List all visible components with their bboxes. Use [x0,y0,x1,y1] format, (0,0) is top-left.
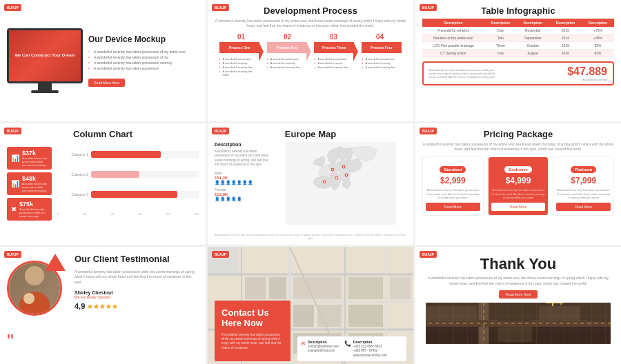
bar-chart: Category 1 Category 2 Category 3 [57,142,199,225]
svg-rect-29 [348,277,383,299]
monitor-screen: We Can Construct Your Dream [9,30,81,81]
person-icon: 👤 [220,180,225,185]
map-stat-male: Male 151,2K 👤 👤 👤 👤 👤 👤 👤 [215,171,270,185]
logo-badge-9: BUAJP [420,251,437,258]
thankyou-button[interactable]: Read More Here [499,290,538,299]
column-chart-cell: BUAJP Column Chart 📊 $37k A wonderful se… [0,123,206,245]
bullet: A wonderful serenity [362,61,402,65]
bullet: A wonderful serenity [219,61,259,65]
aerial-overlay [426,303,611,344]
monitor-stand [38,83,52,90]
chart-card-1: 📊 $37k A wonderful serenity possession w… [7,147,52,170]
person-icon: 👤 [237,196,241,201]
aerial-image [426,303,611,344]
email-label: Description [308,340,339,344]
chart-sub-2: A wonderful serenity possession while yo… [22,182,48,192]
person-icon: 👤 [242,180,247,185]
pricing-cards: Standard $2,999 A wonderful serenity has… [422,156,614,216]
price-box: A wonderful serenity has taken possessio… [422,61,614,85]
list-item: A wonderful serenity has taken possessio… [88,66,199,70]
device-mockup-list: A wonderful serenity has taken possessio… [88,50,199,70]
svg-rect-30 [348,305,383,327]
contact-title: Contact Us Here Now [221,307,284,329]
logo-badge-4: BUAJP [4,128,21,134]
bullet-col-1: A wonderful possession A wonderful seren… [219,57,259,77]
table-title: Table Infographic [422,6,614,16]
bullet: A wonderful possession [267,57,307,61]
pricing-price-standard: $2,999 [426,176,480,185]
x-label: 0 [57,212,59,216]
chart-card-2: 📊 $48k A wonderful serenity possession w… [7,172,52,195]
pricing-tier-exclusive: Exclusive [504,166,532,173]
email-icon: ✉ [301,341,306,347]
svg-point-6 [324,181,325,182]
x-axis: 0 20 40 60 80 100 [57,212,199,216]
pricing-desc-standard: A wonderful serenity has taken possessio… [426,188,480,200]
svg-point-13 [23,293,34,304]
process-shape-1: Process One [219,42,259,53]
dev-process-title: Development Process [215,6,406,16]
development-process-cell: BUAJP Development Process A wonderful se… [208,0,413,121]
pricing-cell: BUAJP Pricing Package A wonderful sereni… [415,123,621,245]
pricing-btn-platinum[interactable]: Read More [556,203,611,211]
star-icons: ★★★★★ [87,303,118,310]
info-table: Description Description Description Desc… [422,19,614,57]
bullet-col-2: A wonderful possession A wonderful seren… [267,57,307,77]
map-left-panel: Description A wonderful serenity has tak… [215,142,270,232]
x-label: 40 [111,212,114,216]
person-icon: 👤 [226,196,230,201]
contact-box: Contact Us Here Now A wonderful serenity… [215,301,290,361]
device-mockup-cell: BUAJP We Can Construct Your Dream Our De… [0,0,206,121]
chart-area: 📊 $37k A wonderful serenity possession w… [7,142,199,225]
contact-cell: BUAJP [208,247,413,364]
list-item: A wonderful serenity has taken possessio… [88,55,199,59]
male-icons: 👤 👤 👤 👤 👤 👤 👤 [215,180,270,185]
main-grid: BUAJP We Can Construct Your Dream Our De… [0,0,621,364]
bullet: A wonderful serenity has [219,65,259,69]
bullet-col-4: A wonderful possession A wonderful seren… [362,57,402,77]
th: Description [582,19,614,27]
bullet: A wonderful serenity has [362,65,402,69]
person-icon: 👤 [215,196,219,201]
th: Description [484,19,517,27]
female-icons: 👤 👤 👤 👤 👤 [215,196,270,201]
read-more-button[interactable]: Read More Here [88,79,125,87]
map-stat-male-label: Male [215,171,270,175]
device-mockup-content: Our Device Mockup A wonderful serenity h… [88,34,199,87]
chart-sub-1: A wonderful serenity possession while yo… [22,156,48,167]
svg-point-2 [343,166,344,168]
testimonial-title: Our Client Testimonial [75,254,199,265]
svg-rect-23 [245,277,266,299]
svg-point-12 [19,292,50,316]
bullet: A wonderful possession [362,57,402,61]
th: Description [422,19,484,27]
bar-row-3: Category 3 [57,191,199,198]
pricing-subtitle: A wonderful serenity has taken possessio… [422,142,614,151]
bullet: A wonderful serenity [315,61,355,65]
svg-point-10 [335,177,337,179]
pricing-price-exclusive: $4,999 [491,176,546,185]
x-label: 100 [194,212,199,216]
map-title: Europe Map [215,129,406,139]
pricing-tier-standard: Standard [440,166,466,173]
contact-phone-text: Description +333 123 4567 8923 +333 987 … [353,340,387,358]
svg-point-4 [332,169,333,170]
pricing-btn-exclusive[interactable]: Read More [491,203,546,211]
chart-title: Column Chart [7,129,199,139]
price-label: A wonderful serenity [567,78,607,81]
quote-mark-icon: " [7,332,14,351]
logo-badge-3: BUAJP [420,4,437,11]
bar-row-2: Category 2 [57,171,199,178]
email-value-2: example@mail.com [308,349,339,353]
chart-icon-3: ✖ [11,205,17,213]
person-icon: 👤 [248,180,253,185]
pricing-card-platinum: Platinum $7,999 A wonderful serenity has… [553,156,614,216]
pricing-desc-exclusive: A wonderful serenity has taken possessio… [491,188,546,200]
pricing-btn-standard[interactable]: Read More [426,203,480,211]
bar-fill-3 [91,191,177,198]
table-row: A wonderful vehicles One November 2015 +… [422,27,614,34]
phone-icon: 📞 [344,341,351,347]
proc-num-1: 01 [221,33,262,41]
map-desc-text: A wonderful serenity has taken possessio… [215,150,270,167]
table-row: CT Spring action One August 2026 62% [422,50,614,57]
